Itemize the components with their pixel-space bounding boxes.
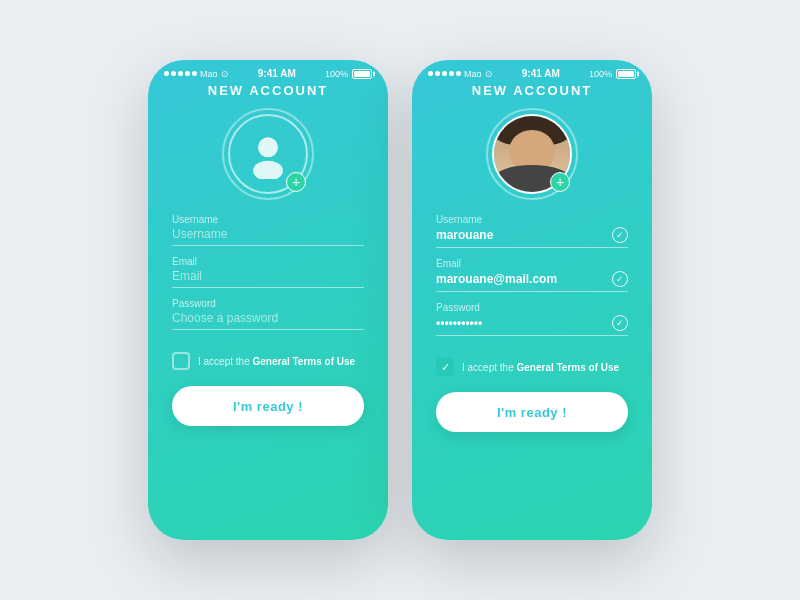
status-bar-left: Mao ⊙ 9:41 AM 100% [148,60,388,83]
terms-checkbox-right[interactable]: ✓ [436,358,454,376]
left-phone-content: NEW ACCOUNT + Username Email [148,83,388,540]
avatar-container-right: + [492,114,572,194]
page-title-right: NEW ACCOUNT [472,83,592,98]
status-bar-right: Mao ⊙ 9:41 AM 100% [412,60,652,83]
username-row-left [172,227,364,246]
terms-row-left: I accept the General Terms of Use [172,352,364,370]
right-phone-content: NEW ACCOUNT + Username ✓ [412,83,652,540]
battery-percent: 100% [325,69,348,79]
status-left-right: Mao ⊙ [428,69,493,79]
status-right-right: 100% [589,69,636,79]
terms-row-right: ✓ I accept the General Terms of Use [436,358,628,376]
ready-button-right[interactable]: I'm ready ! [436,392,628,432]
status-left: Mao ⊙ [164,69,229,79]
email-check-right: ✓ [612,271,628,287]
password-label-right: Password [436,302,628,313]
checkbox-checkmark-icon: ✓ [441,361,450,374]
checkmark-icon-email: ✓ [616,274,624,284]
username-label-left: Username [172,214,364,225]
checkmark-icon-username: ✓ [616,230,624,240]
terms-text-right: I accept the General Terms of Use [462,361,619,374]
time-display-right: 9:41 AM [522,68,560,79]
password-label-left: Password [172,298,364,309]
password-row-left [172,311,364,330]
email-field-group-left: Email [172,256,364,288]
time-display: 9:41 AM [258,68,296,79]
battery-icon-right [616,69,636,79]
password-input-right[interactable] [436,316,612,330]
username-input-left[interactable] [172,227,364,241]
email-label-right: Email [436,258,628,269]
email-input-left[interactable] [172,269,364,283]
terms-text-left: I accept the General Terms of Use [198,355,355,368]
battery-icon [352,69,372,79]
right-phone: Mao ⊙ 9:41 AM 100% NEW ACCOUNT + [412,60,652,540]
email-field-group-right: Email ✓ [436,258,628,292]
left-phone: Mao ⊙ 9:41 AM 100% NEW ACCOUNT + Us [148,60,388,540]
avatar-container-left: + [228,114,308,194]
wifi-icon: ⊙ [221,69,229,79]
email-row-right: ✓ [436,271,628,292]
status-right: 100% [325,69,372,79]
carrier-name-right: Mao [464,69,482,79]
signal-dots-right [428,71,461,76]
terms-checkbox-left[interactable] [172,352,190,370]
password-check-right: ✓ [612,315,628,331]
email-input-right[interactable] [436,272,612,286]
password-row-right: ✓ [436,315,628,336]
page-title-left: NEW ACCOUNT [208,83,328,98]
username-row-right: ✓ [436,227,628,248]
signal-dots [164,71,197,76]
email-label-left: Email [172,256,364,267]
add-photo-button-right[interactable]: + [550,172,570,192]
password-field-group-left: Password [172,298,364,330]
password-input-left[interactable] [172,311,364,325]
username-field-group-right: Username ✓ [436,214,628,248]
terms-bold-left: General Terms of Use [252,356,355,367]
username-field-group-left: Username [172,214,364,246]
password-field-group-right: Password ✓ [436,302,628,336]
wifi-icon-right: ⊙ [485,69,493,79]
username-check-right: ✓ [612,227,628,243]
username-input-right[interactable] [436,228,612,242]
terms-bold-right: General Terms of Use [516,362,619,373]
carrier-name: Mao [200,69,218,79]
battery-percent-right: 100% [589,69,612,79]
checkmark-icon-password: ✓ [616,318,624,328]
username-label-right: Username [436,214,628,225]
add-photo-button[interactable]: + [286,172,306,192]
email-row-left [172,269,364,288]
ready-button-left[interactable]: I'm ready ! [172,386,364,426]
